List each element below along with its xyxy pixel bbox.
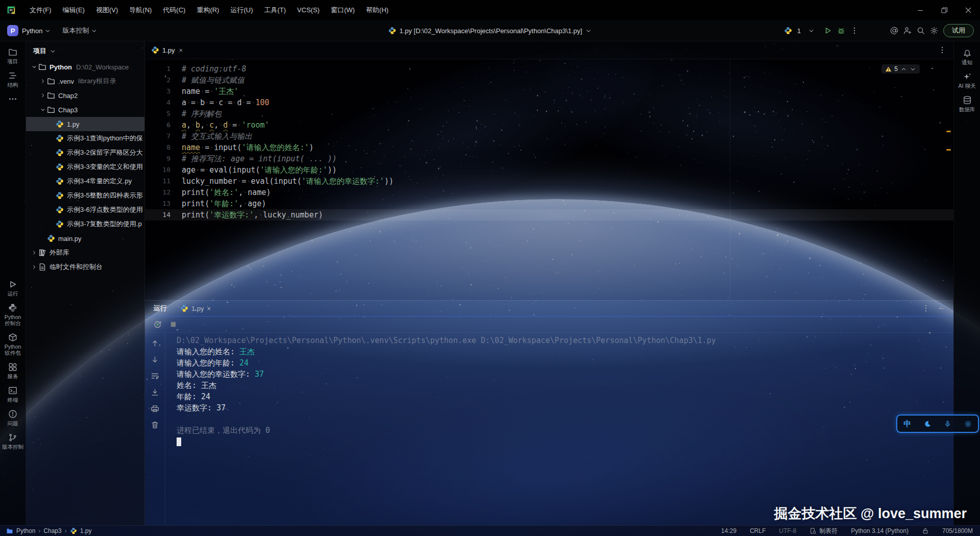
status-item[interactable]: 制表符 bbox=[810, 527, 838, 535]
tree-item[interactable]: 示例3-3变量的定义和使用 bbox=[26, 160, 144, 174]
menu-item[interactable]: 运行(U) bbox=[225, 6, 258, 14]
rerun-button[interactable] bbox=[153, 320, 162, 329]
tree-item[interactable]: 外部库 bbox=[26, 246, 144, 260]
menu-item[interactable]: 导航(N) bbox=[124, 6, 157, 14]
microphone-icon[interactable] bbox=[944, 420, 951, 428]
toolwindow-数据库[interactable]: 数据库 bbox=[954, 95, 980, 112]
code-line[interactable]: 14print('幸运数字:',·lucky_number) bbox=[145, 209, 953, 221]
minimize-button[interactable] bbox=[908, 0, 932, 20]
toolwindow-项目[interactable]: 项目 bbox=[0, 47, 26, 64]
menu-item[interactable]: 工具(T) bbox=[258, 6, 291, 14]
prev-occurrence-icon[interactable] bbox=[151, 339, 159, 348]
code-line[interactable]: 5# 序列解包 bbox=[145, 108, 953, 119]
code-editor[interactable]: 1# coding:utf-82# 赋值与链式赋值3name·=·'王杰'4a·… bbox=[145, 59, 953, 300]
code-line[interactable]: 12print('姓名:',·name) bbox=[145, 187, 953, 198]
tree-item[interactable]: 示例3-4常量的定义.py bbox=[26, 174, 144, 188]
chevron-up-icon[interactable] bbox=[900, 66, 907, 72]
maximize-button[interactable] bbox=[932, 0, 956, 20]
tree-item[interactable]: .venvlibrary根目录 bbox=[26, 74, 144, 88]
tree-item[interactable]: PythonD:\02_Workspace bbox=[26, 60, 144, 74]
tree-item[interactable]: 示例3-1查询python中的保 bbox=[26, 131, 144, 145]
code-line[interactable]: 3name·=·'王杰' bbox=[145, 86, 953, 97]
editor-tab[interactable]: 1.py × bbox=[145, 41, 188, 59]
run-configuration-selector[interactable]: 1.py [D:\02_Workspace\Projects\Personal\… bbox=[388, 27, 592, 35]
vcs-widget[interactable]: 版本控制 bbox=[62, 26, 97, 35]
menu-item[interactable]: 文件(F) bbox=[24, 6, 57, 14]
code-line[interactable]: 13print('年龄:',·age) bbox=[145, 198, 953, 209]
toolwindow-Python-控制台[interactable]: Python 控制台 bbox=[0, 303, 26, 326]
status-item[interactable] bbox=[922, 527, 929, 534]
tree-item[interactable]: 临时文件和控制台 bbox=[26, 260, 144, 274]
breadcrumb-item[interactable]: 1.py bbox=[80, 527, 92, 534]
code-line[interactable]: 2# 赋值与链式赋值 bbox=[145, 75, 953, 86]
menu-item[interactable]: 帮助(H) bbox=[360, 6, 394, 14]
warning-stripe-mark[interactable] bbox=[946, 149, 951, 151]
clear-console-icon[interactable] bbox=[151, 421, 159, 429]
chevron-down-icon[interactable] bbox=[39, 107, 47, 113]
chevron-down-icon[interactable] bbox=[910, 66, 916, 72]
stop-button[interactable] bbox=[169, 320, 178, 329]
tree-item[interactable]: main.py bbox=[26, 231, 144, 246]
settings-gear-icon[interactable] bbox=[930, 27, 938, 35]
project-panel-header[interactable]: 项目 bbox=[26, 41, 144, 60]
warning-stripe-mark[interactable] bbox=[946, 131, 951, 132]
code-line[interactable]: 4a·=·b·=·c·=·d·=·100 bbox=[145, 97, 953, 108]
tree-item[interactable]: Chap2 bbox=[26, 88, 144, 103]
tree-item[interactable]: 示例3-5整数的四种表示形 bbox=[26, 188, 144, 203]
run-tab-close-icon[interactable]: × bbox=[207, 305, 211, 312]
chevron-right-icon[interactable] bbox=[39, 78, 47, 84]
toolwindow-终端[interactable]: 终端 bbox=[0, 386, 26, 403]
toolwindow-Python-软件包[interactable]: Python 软件包 bbox=[0, 333, 26, 356]
menu-item[interactable]: 代码(C) bbox=[157, 6, 191, 14]
inspection-widget[interactable]: 5 bbox=[881, 64, 920, 74]
chevron-right-icon[interactable] bbox=[30, 250, 38, 256]
trial-button[interactable]: 试用 bbox=[943, 24, 974, 37]
python-run-tab-icon[interactable] bbox=[784, 27, 792, 35]
menu-item[interactable]: 重构(R) bbox=[191, 6, 225, 14]
status-item[interactable]: CRLF bbox=[750, 527, 766, 534]
code-line[interactable]: 8name·=·input('请输入您的姓名:') bbox=[145, 142, 953, 153]
menu-item[interactable]: 编辑(E) bbox=[57, 6, 90, 14]
moon-icon[interactable] bbox=[924, 420, 932, 428]
soft-wrap-icon[interactable] bbox=[151, 372, 159, 380]
menu-item[interactable]: 窗口(W) bbox=[325, 6, 360, 14]
print-icon[interactable] bbox=[151, 404, 159, 413]
status-item[interactable]: 705/1800M bbox=[942, 527, 973, 534]
chevron-down-icon[interactable] bbox=[30, 64, 38, 70]
toolwindow-more[interactable] bbox=[0, 94, 26, 104]
breadcrumb-item[interactable]: Chap3 bbox=[43, 527, 61, 534]
next-occurrence-icon[interactable] bbox=[151, 355, 159, 364]
hide-panel-icon[interactable] bbox=[937, 304, 945, 312]
ai-assistant-icon[interactable] bbox=[890, 27, 898, 35]
tab-options-icon[interactable] bbox=[938, 46, 946, 54]
menu-item[interactable]: 视图(V) bbox=[90, 6, 124, 14]
toolwindow-结构[interactable]: 结构 bbox=[0, 71, 26, 88]
search-everywhere-icon[interactable] bbox=[917, 27, 925, 35]
toolwindow-服务[interactable]: 服务 bbox=[0, 362, 26, 379]
code-line[interactable]: 11lucky_number·=·eval(input('请输入您的幸运数字:'… bbox=[145, 176, 953, 187]
toolwindow-版本控制[interactable]: 版本控制 bbox=[0, 433, 26, 450]
chevron-right-icon[interactable] bbox=[30, 264, 38, 270]
scroll-to-end-icon[interactable] bbox=[151, 388, 159, 397]
code-line[interactable]: 1# coding:utf-8 bbox=[145, 63, 953, 75]
menu-item[interactable]: VCS(S) bbox=[291, 6, 325, 14]
close-button[interactable] bbox=[956, 0, 980, 20]
debug-button[interactable] bbox=[837, 27, 845, 35]
console-output[interactable]: D:\02_Workspace\Projects\Personal\Python… bbox=[165, 333, 953, 525]
ime-mode-label[interactable]: 中 bbox=[903, 419, 911, 429]
run-options-icon[interactable] bbox=[922, 304, 930, 312]
project-widget[interactable]: P Python bbox=[0, 25, 51, 36]
tree-item[interactable]: 示例3-6浮点数类型的使用 bbox=[26, 203, 144, 217]
toolwindow-AI-聊天[interactable]: AI 聊天 bbox=[954, 72, 980, 89]
code-line[interactable]: 6a,·b,·c,·d·=·'room' bbox=[145, 119, 953, 131]
tree-item[interactable]: 示例3-7复数类型的使用.p bbox=[26, 217, 144, 231]
status-item[interactable]: 14:29 bbox=[721, 527, 737, 534]
code-with-me-icon[interactable] bbox=[903, 27, 912, 35]
run-tab[interactable]: 1.py × bbox=[180, 304, 211, 312]
ime-settings-gear-icon[interactable] bbox=[964, 420, 972, 428]
status-item[interactable]: Python 3.14 (Python) bbox=[851, 527, 909, 534]
chevron-right-icon[interactable] bbox=[39, 92, 47, 99]
more-actions-icon[interactable] bbox=[850, 27, 859, 35]
tree-item[interactable]: Chap3 bbox=[26, 103, 144, 117]
tab-close-icon[interactable]: × bbox=[179, 46, 183, 54]
